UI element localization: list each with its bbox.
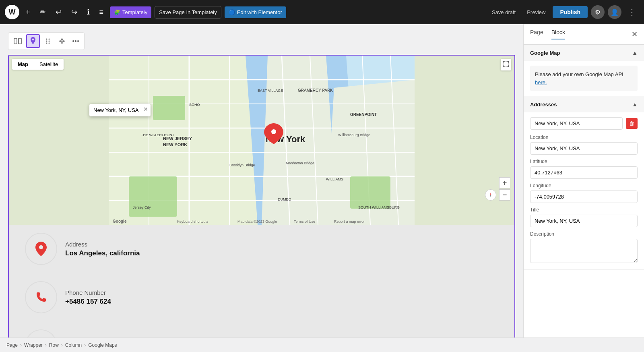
svg-text:GREENPOINT: GREENPOINT [350,112,377,117]
redo-button[interactable]: ↪ [68,5,80,19]
move-button[interactable] [41,35,54,47]
google-map-info-text: Please add your own Google Map API [535,71,623,77]
save-draft-button[interactable]: Save draft [488,7,520,18]
title-input[interactable] [530,215,638,227]
description-label: Description [530,231,638,237]
contact-section: Address Los Angeles, california Phone Nu… [9,225,514,338]
map-info-box: New York, NY, USA ✕ [89,104,151,116]
svg-point-9 [75,40,76,42]
google-map-link[interactable]: here. [535,79,547,85]
svg-rect-1 [19,38,21,44]
svg-text:Jersey City: Jersey City [133,205,151,209]
svg-text:WILLIAMS: WILLIAMS [326,177,343,181]
arrows-button[interactable] [56,36,68,46]
block-toolbar [8,32,85,50]
map-toggle: Map Satellite [12,59,64,70]
svg-rect-30 [153,96,185,120]
edit-pen-button[interactable]: ✏ [37,5,49,19]
fullscreen-button[interactable] [501,59,511,70]
preview-button[interactable]: Preview [523,7,549,18]
address-value: Los Angeles, california [65,249,140,257]
breadcrumb-row[interactable]: Row [49,342,59,348]
list-button[interactable]: ≡ [96,5,107,19]
svg-point-53 [271,129,276,134]
svg-point-3 [49,39,50,40]
zoom-in-button[interactable]: + [499,177,510,188]
templately-button[interactable]: 🧩 Templately [110,6,151,18]
edit-elementor-button[interactable]: 🔵 Edit with Elementor [225,6,286,18]
publish-button[interactable]: Publish [553,6,588,18]
svg-point-6 [46,43,47,44]
user-button[interactable]: 👤 [608,5,621,19]
address-text: Address Los Angeles, california [65,241,140,257]
svg-text:Terms of Use: Terms of Use [294,219,315,224]
phone-text: Phone Number +5486 157 624 [65,289,111,306]
svg-text:SOHO: SOHO [189,103,200,107]
address-label: Address [65,241,140,248]
elementor-icon: 🔵 [229,9,235,15]
map-tab-button[interactable]: Map [12,59,34,70]
svg-text:DUMBO: DUMBO [278,197,291,201]
map-svg: NEW JERSEY NEW YORK New York Jersey City… [9,56,514,225]
compass [485,189,496,201]
google-map-body: Please add your own Google Map API here. [524,61,644,96]
save-templately-button[interactable]: Save Page In Templately [155,6,221,19]
more-button[interactable]: ⋮ [625,4,639,20]
addresses-title: Addresses [530,101,557,108]
top-bar: W + ✏ ↩ ↪ ℹ ≡ 🧩 Templately Save Page In … [0,0,644,24]
svg-point-7 [49,43,50,44]
breadcrumb-column[interactable]: Column [65,342,82,348]
column-layout-button[interactable] [11,36,25,46]
description-textarea[interactable] [530,239,638,263]
address-input[interactable] [530,117,623,130]
undo-button[interactable]: ↩ [52,5,65,19]
latitude-label: Latitude [530,159,638,164]
breadcrumb-sep-1: › [20,342,22,348]
svg-text:Keyboard shortcuts: Keyboard shortcuts [177,219,208,224]
svg-text:Report a map error: Report a map error [334,219,365,224]
latitude-input[interactable] [530,166,638,179]
sidebar-close-button[interactable]: ✕ [632,30,638,39]
email-icon-circle [25,329,57,338]
map-container[interactable]: NEW JERSEY NEW YORK New York Jersey City… [9,56,514,225]
svg-text:Williamsburg Bridge: Williamsburg Bridge [338,133,370,137]
wp-logo[interactable]: W [5,5,19,19]
breadcrumb: Page › Wrapper › Row › Column › Google M… [0,338,644,352]
map-info-text: New York, NY, USA [93,107,138,113]
svg-text:THE WATERFRONT: THE WATERFRONT [141,133,174,137]
tab-page[interactable]: Page [530,29,543,39]
sidebar: Page Block ✕ Google Map ▲ Please add you… [523,24,644,338]
google-map-section-header[interactable]: Google Map ▲ [524,45,644,61]
longitude-input[interactable] [530,190,638,203]
settings-button[interactable]: ⚙ [591,5,605,19]
sidebar-header: Page Block ✕ [524,24,644,45]
canvas: NEW JERSEY NEW YORK New York Jersey City… [0,24,523,338]
svg-text:Brooklyn Bridge: Brooklyn Bridge [229,163,255,167]
google-map-section: Google Map ▲ Please add your own Google … [524,45,644,96]
phone-label: Phone Number [65,289,111,296]
address-delete-button[interactable]: 🗑 [626,118,638,129]
more-options-button[interactable] [70,38,82,44]
google-map-title: Google Map [530,50,560,56]
contact-email-item: Email rivas.co@gmail.com [25,329,498,338]
addresses-section-header[interactable]: Addresses ▲ [524,96,644,112]
title-label: Title [530,207,638,213]
add-button[interactable]: + [23,5,33,19]
tab-block[interactable]: Block [551,29,565,39]
location-input[interactable] [530,142,638,155]
breadcrumb-page[interactable]: Page [6,342,18,348]
satellite-tab-button[interactable]: Satellite [34,59,64,70]
main-area: NEW JERSEY NEW YORK New York Jersey City… [0,24,644,338]
email-text: Email rivas.co@gmail.com [65,338,132,338]
zoom-out-button[interactable]: − [499,189,510,201]
addresses-toggle-icon: ▲ [632,101,638,108]
breadcrumb-sep-3: › [61,342,63,348]
addresses-body: 🗑 Location Latitude Longitude Title Desc… [524,112,644,269]
addresses-section: Addresses ▲ 🗑 Location Latitude Longitud… [524,96,644,270]
breadcrumb-google-maps[interactable]: Google Maps [88,342,117,348]
svg-rect-32 [129,176,177,217]
pin-button[interactable] [26,34,40,48]
breadcrumb-wrapper[interactable]: Wrapper [24,342,43,348]
map-info-close-button[interactable]: ✕ [143,106,148,112]
info-button[interactable]: ℹ [84,5,93,19]
